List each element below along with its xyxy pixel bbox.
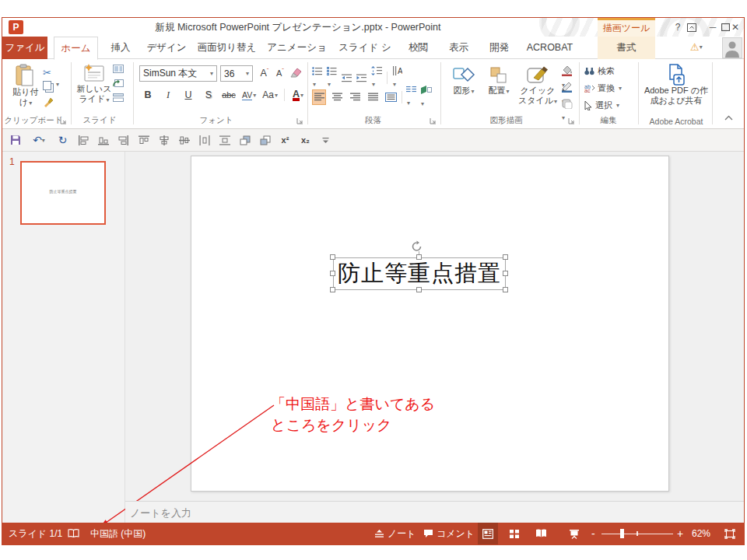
underline-button[interactable]: U (181, 87, 195, 103)
notes-toggle-button[interactable]: ノート (374, 523, 416, 544)
slide-editing-area[interactable] (125, 152, 744, 501)
cut-button[interactable]: ✂ (43, 65, 51, 79)
strikethrough-button[interactable]: abc (222, 87, 236, 103)
slide-section-button[interactable] (113, 93, 124, 102)
convert-to-smartart-button[interactable] (420, 85, 432, 109)
drawing-tools-contextual-header[interactable]: 描画ツール (598, 18, 655, 37)
tab-design[interactable]: デザイン (143, 37, 190, 59)
select-button[interactable]: 選択 (584, 100, 619, 111)
increase-font-size-button[interactable]: Aˆ (258, 65, 272, 81)
align-object-right-icon[interactable] (117, 133, 130, 147)
clipboard-dialog-launcher[interactable] (60, 117, 68, 125)
resize-handle-w[interactable] (330, 271, 335, 276)
distribute-horizontal-icon[interactable] (198, 133, 211, 147)
slide-canvas[interactable] (191, 156, 669, 492)
increase-indent-button[interactable] (356, 74, 366, 82)
paste-button[interactable]: 貼り付け (9, 64, 43, 108)
close-button[interactable]: ✕ (728, 21, 743, 34)
resize-handle-sw[interactable] (330, 287, 335, 292)
tab-insert[interactable]: 挿入 (103, 37, 139, 59)
zoom-in-button[interactable]: + (677, 523, 683, 544)
sync-warning-button[interactable]: ⚠▾ (690, 41, 703, 53)
resize-handle-s[interactable] (416, 287, 422, 292)
tab-acrobat[interactable]: ACROBAT (521, 37, 578, 59)
tab-home[interactable]: ホーム (54, 37, 98, 60)
slide-reset-button[interactable] (113, 79, 124, 88)
distribute-text-button[interactable] (384, 89, 398, 105)
drawing-dialog-launcher[interactable] (568, 117, 576, 125)
superscript-button[interactable]: x² (279, 133, 292, 147)
tab-slideshow[interactable]: スライド ショー (334, 37, 396, 59)
font-name-select[interactable]: SimSun 本文▾ (139, 65, 217, 82)
align-left-button[interactable] (312, 89, 326, 105)
rotation-handle[interactable] (411, 240, 423, 252)
tab-file[interactable]: ファイル (2, 37, 47, 59)
justify-button[interactable] (366, 89, 380, 105)
font-color-button[interactable]: A (291, 87, 305, 103)
character-spacing-button[interactable]: AV (242, 87, 256, 103)
zoom-level[interactable]: 62% (692, 523, 710, 544)
slide-sorter-view-button[interactable] (504, 523, 524, 544)
clear-formatting-button[interactable] (290, 67, 302, 78)
language-button[interactable]: 中国語 (中国) (90, 523, 146, 544)
format-painter-button[interactable] (43, 96, 54, 107)
subscript-button[interactable]: x₂ (299, 133, 312, 147)
align-object-top-icon[interactable] (137, 133, 150, 147)
fit-slide-to-window-button[interactable] (720, 523, 740, 544)
tab-view[interactable]: 表示 (440, 37, 477, 59)
font-dialog-launcher[interactable] (296, 117, 304, 125)
adobe-pdf-button[interactable]: Adobe PDF の作成および共有 (642, 64, 710, 106)
comments-toggle-button[interactable]: コメント (423, 523, 475, 544)
save-button[interactable] (9, 133, 22, 147)
arrange-button[interactable]: 配置 (482, 65, 515, 96)
align-object-left-icon[interactable] (76, 133, 89, 147)
tab-transitions[interactable]: 画面切り替え (194, 37, 260, 59)
slide-thumbnail-panel[interactable]: 1 防止等重点措置 (2, 152, 125, 523)
ribbon-display-options-button[interactable] (687, 21, 703, 34)
align-object-middle-icon[interactable] (177, 133, 191, 147)
distribute-vertical-icon[interactable] (218, 133, 231, 147)
user-avatar[interactable] (722, 37, 742, 58)
help-button[interactable]: ? (670, 21, 686, 34)
textbox-text[interactable]: 防止等重点措置 (338, 258, 501, 289)
quick-styles-button[interactable]: クイック スタイル (517, 65, 558, 107)
selected-textbox[interactable]: 防止等重点措置 (333, 257, 506, 290)
new-slide-button[interactable]: 新しいスライド (75, 64, 113, 105)
redo-button[interactable]: ↻ (56, 133, 69, 147)
collapse-ribbon-button[interactable] (724, 115, 733, 121)
reading-view-button[interactable] (531, 523, 551, 544)
spellcheck-button[interactable] (68, 523, 79, 544)
tab-animations[interactable]: アニメーション (264, 37, 330, 59)
italic-button[interactable]: I (161, 87, 175, 103)
resize-handle-ne[interactable] (503, 254, 508, 260)
tab-review[interactable]: 校閲 (400, 37, 437, 59)
resize-handle-nw[interactable] (330, 254, 335, 260)
notes-placeholder[interactable]: ノートを入力 (130, 506, 191, 520)
slideshow-view-button[interactable] (564, 523, 584, 544)
align-right-button[interactable] (348, 89, 362, 105)
resize-handle-se[interactable] (503, 287, 508, 292)
paragraph-dialog-launcher[interactable] (430, 117, 437, 125)
undo-button[interactable]: ↶▾ (29, 133, 49, 147)
bring-forward-icon[interactable] (238, 133, 251, 147)
zoom-slider-thumb[interactable] (620, 529, 624, 538)
find-button[interactable]: 検索 (584, 65, 615, 77)
tab-format-contextual[interactable]: 書式 (598, 37, 655, 59)
align-center-button[interactable] (330, 89, 344, 105)
align-object-center-icon[interactable] (157, 133, 170, 147)
slide-thumbnail[interactable]: 防止等重点措置 (20, 161, 106, 225)
slide-layout-button[interactable] (113, 65, 124, 73)
normal-view-button[interactable] (478, 523, 498, 544)
resize-handle-e[interactable] (503, 271, 508, 276)
decrease-indent-button[interactable] (342, 74, 352, 82)
columns-button[interactable] (406, 86, 416, 108)
minimize-button[interactable]: ─ (705, 21, 721, 34)
decrease-font-size-button[interactable]: Aˇ (273, 65, 287, 81)
change-case-button[interactable]: Aa (262, 87, 278, 103)
shapes-button[interactable]: 図形 (447, 65, 480, 96)
align-object-bottom-icon[interactable] (96, 133, 110, 147)
replace-button[interactable]: abac 置換 (584, 82, 622, 94)
slide-counter[interactable]: スライド 1/1 (9, 523, 62, 544)
bold-button[interactable]: B (141, 87, 155, 103)
text-shadow-button[interactable]: S (202, 87, 216, 103)
